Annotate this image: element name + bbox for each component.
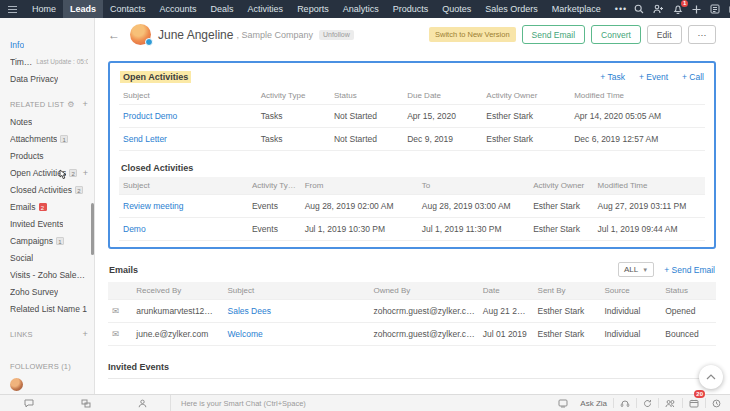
sidebar-item-products[interactable]: Products <box>0 147 94 164</box>
sidebar-scrollbar[interactable] <box>91 203 94 255</box>
emails-section: Emails ALL ▼ + Send Email Received By Su… <box>108 260 716 346</box>
column-header[interactable]: Due Date <box>403 87 482 105</box>
emails-table: Received By Subject Owned By Date Sent B… <box>108 282 716 346</box>
emails-titlebar: Emails ALL ▼ + Send Email <box>108 260 716 282</box>
column-header[interactable]: Received By <box>132 282 223 300</box>
nav-tab-analytics[interactable]: Analytics <box>336 0 386 18</box>
chat-bubble-icon[interactable] <box>18 395 40 411</box>
column-header[interactable]: Activity Type <box>248 177 301 195</box>
column-header[interactable]: Owned By <box>369 282 478 300</box>
avatar-edit-badge-icon[interactable] <box>145 38 153 46</box>
zia-headset-icon[interactable] <box>614 395 636 411</box>
sidebar-item-related-list-name-1[interactable]: Related List Name 1 <box>0 300 94 317</box>
switch-to-new-version-button[interactable]: Switch to New Version <box>429 27 516 42</box>
edit-button[interactable]: Edit <box>647 25 682 44</box>
footer-right-icons: Ask Zia 20 <box>552 395 730 411</box>
add-task-link[interactable]: + Task <box>600 72 625 82</box>
column-header[interactable]: Status <box>661 282 716 300</box>
users-group-icon[interactable] <box>659 395 682 411</box>
sidebar-item-attachments[interactable]: Attachments 1 <box>0 130 94 147</box>
smart-chat-hint[interactable]: Here is your Smart Chat (Ctrl+Space) <box>170 395 552 411</box>
column-header[interactable]: Modified Time <box>594 177 705 195</box>
open-activities-add-icon[interactable]: + <box>83 168 88 178</box>
nav-tab-deals[interactable]: Deals <box>204 0 241 18</box>
campaigns-count-badge: 1 <box>56 237 64 245</box>
column-header[interactable]: Subject <box>119 177 248 195</box>
send-email-link[interactable]: + Send Email <box>664 265 715 275</box>
activity-subject-link[interactable]: Demo <box>119 218 248 241</box>
nav-tab-activities[interactable]: Activities <box>241 0 291 18</box>
add-call-link[interactable]: + Call <box>682 72 704 82</box>
sidebar-item-info[interactable]: Info <box>0 36 94 53</box>
sidebar-item-closed-activities[interactable]: Closed Activities 2 <box>0 181 94 198</box>
sidebar-item-timeline[interactable]: Timeline Last Update : 05:05 AM <box>0 53 94 70</box>
nav-tab-leads[interactable]: Leads <box>63 0 103 18</box>
channels-icon[interactable] <box>75 395 97 411</box>
unfollow-button[interactable]: Unfollow <box>319 30 354 40</box>
sidebar-item-social[interactable]: Social <box>0 249 94 266</box>
email-subject-link[interactable]: Sales Dees <box>224 300 370 323</box>
record-name: June Angeline <box>158 28 233 42</box>
notifications-bell-icon[interactable]: 1 <box>673 4 683 14</box>
sidebar-item-visits-zoho-salesiq[interactable]: Visits - Zoho SalesIQ <box>0 266 94 283</box>
search-icon[interactable] <box>634 4 644 14</box>
email-subject-link[interactable]: Welcome <box>224 323 370 346</box>
quick-create-plus-icon[interactable] <box>692 5 701 14</box>
nav-overflow-button[interactable]: ••• <box>608 0 634 18</box>
add-user-icon[interactable] <box>653 4 664 14</box>
column-header[interactable]: From <box>301 177 418 195</box>
column-header[interactable]: Subject <box>119 87 257 105</box>
activity-subject-link[interactable]: Review meeting <box>119 195 248 218</box>
cell-modified-time: Aug 27, 2019 03:11 PM <box>594 195 705 218</box>
sidebar-item-notes[interactable]: Notes <box>0 113 94 130</box>
column-header[interactable]: Modified Time <box>570 87 705 105</box>
links-add-icon[interactable]: + <box>83 329 88 339</box>
sidebar-item-data-privacy[interactable]: Data Privacy <box>0 70 94 87</box>
more-actions-button[interactable]: ⋯ <box>688 25 717 44</box>
sidebar-item-emails[interactable]: Emails 2 <box>0 198 94 215</box>
nav-tab-reports[interactable]: Reports <box>290 0 336 18</box>
nav-tab-home[interactable]: Home <box>25 0 63 18</box>
activity-panel-icon[interactable] <box>710 4 720 14</box>
sidebar-item-campaigns[interactable]: Campaigns 1 <box>0 232 94 249</box>
follower-avatar[interactable] <box>10 378 23 391</box>
sidebar-item-invited-events[interactable]: Invited Events <box>0 215 94 232</box>
activity-subject-link[interactable]: Product Demo <box>119 105 257 128</box>
sidebar-item-open-activities[interactable]: Open Activities 2 + <box>0 164 94 181</box>
nav-tab-contacts[interactable]: Contacts <box>103 0 153 18</box>
gear-icon[interactable]: ⚙ <box>67 100 74 109</box>
cell-status: Opened <box>661 300 716 323</box>
refresh-sync-icon[interactable] <box>637 395 658 411</box>
calendar-icon[interactable]: 20 <box>683 395 705 411</box>
column-header[interactable]: To <box>418 177 529 195</box>
history-clock-icon[interactable] <box>706 395 730 411</box>
hamburger-menu-icon[interactable] <box>0 0 25 18</box>
nav-tab-sales-orders[interactable]: Sales Orders <box>478 0 545 18</box>
column-header[interactable]: Activity Owner <box>482 87 570 105</box>
column-header[interactable]: Sent By <box>534 282 601 300</box>
record-avatar[interactable] <box>130 24 151 45</box>
add-event-link[interactable]: + Event <box>639 72 668 82</box>
cell-source: Individual <box>600 300 661 323</box>
related-list-add-icon[interactable]: + <box>83 99 88 109</box>
emails-filter-dropdown[interactable]: ALL ▼ <box>618 262 654 277</box>
back-arrow-icon[interactable]: ← <box>108 28 120 42</box>
sidebar-item-zoho-survey[interactable]: Zoho Survey <box>0 283 94 300</box>
activity-subject-link[interactable]: Send Letter <box>119 128 257 151</box>
chat-window-icon[interactable] <box>552 395 574 411</box>
nav-tab-products[interactable]: Products <box>386 0 436 18</box>
contacts-person-icon[interactable] <box>132 395 153 411</box>
column-header[interactable]: Date <box>479 282 534 300</box>
convert-button[interactable]: Convert <box>591 25 641 44</box>
ask-zia-button[interactable]: Ask Zia <box>574 399 613 408</box>
column-header[interactable]: Status <box>330 87 403 105</box>
nav-tab-marketplace[interactable]: Marketplace <box>545 0 608 18</box>
column-header[interactable]: Activity Type <box>257 87 330 105</box>
column-header[interactable]: Subject <box>224 282 370 300</box>
nav-tab-accounts[interactable]: Accounts <box>153 0 204 18</box>
column-header[interactable]: Activity Owner <box>529 177 593 195</box>
scroll-to-top-button[interactable] <box>699 365 723 389</box>
column-header[interactable]: Source <box>600 282 661 300</box>
send-email-button[interactable]: Send Email <box>522 25 585 44</box>
nav-tab-quotes[interactable]: Quotes <box>435 0 478 18</box>
